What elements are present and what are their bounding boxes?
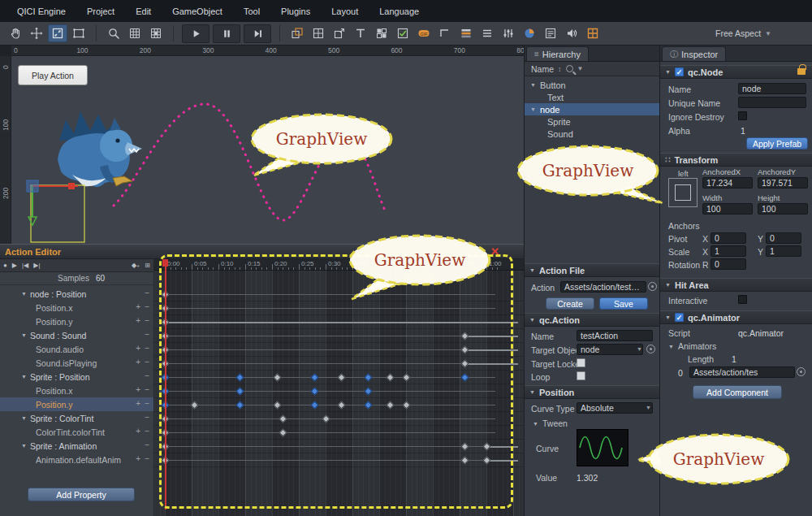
apply-prefab-button[interactable]: Apply Prefab: [746, 137, 808, 150]
alpha-value[interactable]: 1: [741, 126, 745, 136]
remove-track-button[interactable]: −: [145, 440, 149, 449]
playhead-flag[interactable]: [162, 259, 168, 267]
track-row[interactable]: ColorTint.colorTint+−: [0, 425, 153, 439]
add-keyframe-icon[interactable]: ◆₊: [132, 262, 140, 269]
list-icon[interactable]: [477, 24, 497, 42]
rotation-field[interactable]: 0: [710, 258, 746, 270]
playhead[interactable]: [165, 259, 166, 509]
keyframe-diamond[interactable]: [311, 388, 319, 396]
qc-node-enabled-checkbox[interactable]: ✓: [675, 67, 684, 76]
grid-select-tool[interactable]: [146, 24, 166, 42]
action-name-field[interactable]: testAction: [577, 330, 653, 341]
keyframe-diamond[interactable]: [482, 457, 490, 465]
ignore-destroy-checkbox[interactable]: [738, 111, 747, 120]
timeline-track-lane[interactable]: [154, 426, 524, 440]
curve-type-dropdown[interactable]: Absolute: [577, 402, 653, 414]
object-picker-icon[interactable]: [648, 282, 657, 291]
scale-x-field[interactable]: 1: [710, 245, 746, 257]
triangle-down-icon[interactable]: ▼: [21, 443, 27, 449]
add-key-button[interactable]: +: [136, 385, 140, 394]
keyframe-diamond[interactable]: [365, 388, 373, 396]
text-tool-icon[interactable]: [351, 24, 370, 42]
tab-inspector[interactable]: ⓘ Inspector: [662, 46, 726, 61]
pause-button[interactable]: [213, 24, 240, 43]
search-icon[interactable]: [566, 65, 573, 72]
lock-icon[interactable]: [797, 68, 806, 75]
curve-preview[interactable]: [577, 429, 628, 466]
mixer-icon[interactable]: [499, 24, 518, 42]
keyframe-diamond[interactable]: [322, 415, 330, 423]
play-button[interactable]: [182, 24, 209, 43]
add-key-button[interactable]: +: [136, 316, 140, 325]
todo-icon[interactable]: [541, 24, 560, 42]
add-key-button[interactable]: +: [136, 427, 140, 436]
remove-track-button[interactable]: −: [145, 427, 149, 436]
add-property-button[interactable]: Add Property: [28, 488, 135, 501]
remove-track-button[interactable]: −: [145, 344, 149, 353]
keyframe-diamond[interactable]: [235, 401, 244, 410]
colorbar-icon[interactable]: [456, 24, 476, 42]
triangle-down-icon[interactable]: ▼: [668, 344, 674, 349]
track-row[interactable]: ▼Sound : Sound−: [0, 328, 153, 342]
hierarchy-item-sprite[interactable]: Sprite: [525, 115, 659, 128]
keyframe-diamond[interactable]: [461, 346, 469, 354]
animator-asset-field[interactable]: Assets/action/tes: [689, 366, 795, 378]
keyframe-diamond[interactable]: [461, 360, 469, 368]
track-row[interactable]: Position.x+−: [0, 384, 153, 397]
track-row[interactable]: ▼Sprite : ColorTint−: [0, 411, 153, 425]
target-locked-checkbox[interactable]: [577, 358, 585, 367]
pivot-x-field[interactable]: 0: [710, 232, 746, 244]
keyframe-diamond[interactable]: [279, 415, 287, 423]
add-key-button[interactable]: +: [136, 358, 140, 366]
keyframe-diamond[interactable]: [274, 401, 282, 410]
triangle-down-icon[interactable]: ▼: [21, 332, 27, 338]
menu-item-language[interactable]: Language: [369, 7, 430, 16]
play-icon[interactable]: ▶: [12, 262, 17, 269]
qc-action-header[interactable]: ▼ qc.Action: [525, 313, 659, 327]
timeline-track-lane[interactable]: [154, 343, 524, 357]
timeline-track-lane[interactable]: [154, 440, 524, 453]
keyframe-diamond[interactable]: [402, 374, 410, 382]
create-button[interactable]: Create: [546, 297, 594, 310]
menu-item-gameobject[interactable]: GameObject: [162, 7, 233, 16]
sound-icon[interactable]: [562, 24, 581, 42]
keyframe-diamond[interactable]: [402, 401, 410, 410]
keyframe-diamond[interactable]: [461, 457, 469, 465]
keyframe-diamond[interactable]: [461, 443, 469, 451]
save-button[interactable]: Save: [599, 297, 648, 310]
sort-icon[interactable]: ↕: [558, 65, 562, 73]
keyframe-diamond[interactable]: [311, 401, 319, 410]
add-component-button[interactable]: Add Component: [693, 385, 782, 399]
remove-track-button[interactable]: −: [145, 399, 149, 408]
anchor-preset-widget[interactable]: [668, 178, 698, 207]
keyframe-diamond[interactable]: [338, 374, 346, 382]
track-row[interactable]: Position.x+−: [0, 301, 153, 314]
menu-item-project[interactable]: Project: [76, 7, 125, 16]
timeline-track-lane[interactable]: [154, 357, 524, 371]
hierarchy-filter-row[interactable]: Name ↕ ▼: [525, 62, 659, 76]
gif-badge-icon[interactable]: GIF: [414, 24, 434, 42]
keyframe-diamond[interactable]: [279, 429, 287, 437]
timeline-track-lane[interactable]: [154, 412, 524, 426]
add-event-icon[interactable]: ⊞: [145, 262, 150, 269]
samples-value[interactable]: 60: [96, 274, 105, 283]
hierarchy-item-sound[interactable]: Sound: [525, 128, 659, 140]
transform-header[interactable]: ∷ Transform: [660, 153, 812, 167]
qc-animator-header[interactable]: ▼ ✓ qc.Animator: [660, 310, 812, 324]
keyframe-diamond[interactable]: [235, 374, 244, 382]
unique-name-field[interactable]: [738, 97, 806, 108]
zoom-tool[interactable]: [104, 24, 123, 42]
interactive-checkbox[interactable]: [738, 295, 747, 304]
keyframe-diamond[interactable]: [461, 374, 469, 382]
step-forward-icon[interactable]: ▶|: [33, 262, 40, 269]
add-key-button[interactable]: +: [136, 302, 140, 311]
timeline-track-lane[interactable]: [154, 315, 524, 329]
timeline-track-lane[interactable]: [154, 384, 524, 398]
keyframe-diamond[interactable]: [338, 401, 346, 410]
triangle-down-icon[interactable]: ▼: [21, 415, 27, 421]
remove-track-button[interactable]: −: [145, 454, 149, 463]
triangle-down-icon[interactable]: ▼: [530, 82, 536, 88]
hierarchy-item-node[interactable]: ▼node: [525, 103, 659, 115]
tab-hierarchy[interactable]: ≡ Hierarchy: [526, 46, 589, 61]
target-object-dropdown[interactable]: node: [577, 344, 643, 355]
